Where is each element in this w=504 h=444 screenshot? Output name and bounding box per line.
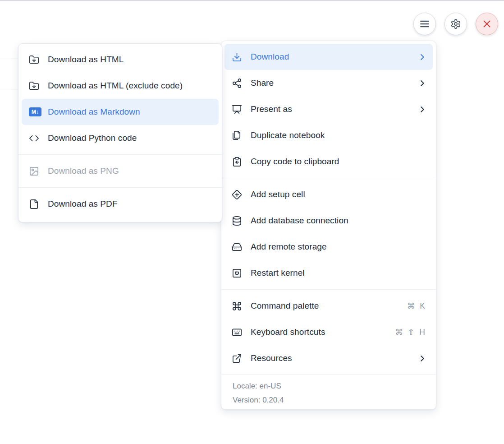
download-icon [232, 52, 244, 62]
menu-item-label: Command palette [251, 301, 401, 311]
hard-drive-icon [232, 242, 244, 252]
diamond-plus-icon [232, 190, 244, 200]
menu-item-label: Copy code to clipboard [251, 157, 426, 166]
menu-item-resources[interactable]: Resources [225, 345, 433, 371]
menu-item-label: Download as Markdown [48, 107, 212, 117]
menu-item-present-as[interactable]: Present as [225, 96, 433, 122]
menu-item-download-python-code[interactable]: Download Python code [22, 125, 219, 151]
close-icon [481, 18, 492, 29]
clipboard-copy-icon [232, 157, 244, 167]
markdown-icon: M↓ [29, 107, 41, 116]
settings-button[interactable] [444, 13, 467, 35]
menu-item-label: Download [251, 52, 412, 62]
menu-item-download-as-markdown[interactable]: M↓Download as Markdown [22, 99, 219, 125]
database-icon [232, 216, 244, 226]
menu-item-download-as-pdf[interactable]: Download as PDF [22, 191, 219, 217]
notebook-actions-menu: DownloadSharePresent asDuplicate noteboo… [221, 41, 436, 410]
menu-item-keyboard-shortcuts[interactable]: Keyboard shortcuts⌘ ⇧ H [225, 319, 433, 345]
menu-footer: Locale: en-US Version: 0.20.4 [221, 375, 436, 410]
square-power-icon [232, 268, 244, 278]
version-text: Version: 0.20.4 [233, 393, 436, 407]
shortcut-hint: ⌘ K [407, 301, 426, 311]
top-border [0, 0, 504, 1]
shortcut-hint: ⌘ ⇧ H [395, 328, 426, 337]
menu-item-download-as-png: Download as PNG [22, 158, 219, 184]
menu-item-add-setup-cell[interactable]: Add setup cell [225, 181, 433, 208]
copy-icon [232, 130, 244, 141]
menu-item-add-remote-storage[interactable]: Add remote storage [225, 234, 433, 260]
background-cell-line [0, 89, 19, 89]
chevron-right-icon [418, 105, 426, 114]
menu-item-label: Resources [251, 353, 412, 363]
menu-item-label: Download as HTML (exclude code) [48, 81, 212, 91]
menu-item-label: Keyboard shortcuts [251, 327, 389, 337]
menu-icon [419, 18, 431, 30]
file-icon [29, 199, 41, 209]
menu-item-label: Download as HTML [48, 55, 212, 65]
menu-item-label: Add setup cell [251, 190, 426, 199]
external-link-icon [232, 353, 244, 364]
menu-item-label: Duplicate notebook [251, 130, 426, 140]
menu-item-download-as-html[interactable]: Download as HTML [22, 46, 219, 73]
menu-item-label: Share [251, 78, 412, 88]
menu-item-label: Download as PDF [48, 199, 212, 209]
menu-item-label: Add database connection [251, 216, 426, 226]
menu-item-share[interactable]: Share [225, 70, 433, 96]
menu-item-label: Download as PNG [48, 166, 212, 176]
notebook-background: DownloadSharePresent asDuplicate noteboo… [0, 0, 504, 444]
menu-button[interactable] [413, 13, 436, 35]
locale-text: Locale: en-US [233, 379, 436, 393]
chevron-right-icon [418, 79, 426, 88]
notebook-toolbar [413, 13, 498, 35]
image-icon [29, 166, 41, 176]
menu-item-restart-kernel[interactable]: Restart kernel [225, 260, 433, 286]
share-icon [232, 78, 244, 88]
command-icon [232, 301, 244, 311]
chevron-right-icon [418, 53, 426, 61]
menu-item-label: Download Python code [48, 133, 212, 143]
background-cell-line [0, 59, 19, 59]
folder-down-icon [29, 81, 41, 91]
menu-item-label: Restart kernel [251, 268, 426, 278]
menu-item-command-palette[interactable]: Command palette⌘ K [225, 293, 433, 319]
menu-item-duplicate-notebook[interactable]: Duplicate notebook [225, 122, 433, 148]
presentation-icon [232, 104, 244, 115]
menu-item-download[interactable]: Download [225, 44, 433, 70]
gear-icon [450, 18, 461, 29]
menu-section: Command palette⌘ KKeyboard shortcuts⌘ ⇧ … [221, 289, 436, 375]
menu-item-label: Present as [251, 104, 412, 114]
folder-down-icon [29, 55, 41, 65]
menu-section: DownloadSharePresent asDuplicate noteboo… [221, 41, 436, 178]
menu-item-label: Add remote storage [251, 242, 426, 252]
download-submenu: Download as HTMLDownload as HTML (exclud… [18, 43, 222, 222]
code-icon [29, 133, 41, 143]
menu-section: Download as PNG [18, 154, 222, 187]
menu-section: Add setup cellAdd database connectionAdd… [221, 178, 436, 289]
menu-section: Download as PDF [18, 187, 222, 220]
close-button[interactable] [476, 13, 498, 35]
menu-item-add-database-connection[interactable]: Add database connection [225, 208, 433, 234]
menu-section: Download as HTMLDownload as HTML (exclud… [18, 44, 222, 154]
keyboard-icon [232, 327, 244, 338]
menu-item-download-as-html-exclude-code[interactable]: Download as HTML (exclude code) [22, 73, 219, 99]
menu-item-copy-code-to-clipboard[interactable]: Copy code to clipboard [225, 148, 433, 175]
chevron-right-icon [418, 354, 426, 363]
